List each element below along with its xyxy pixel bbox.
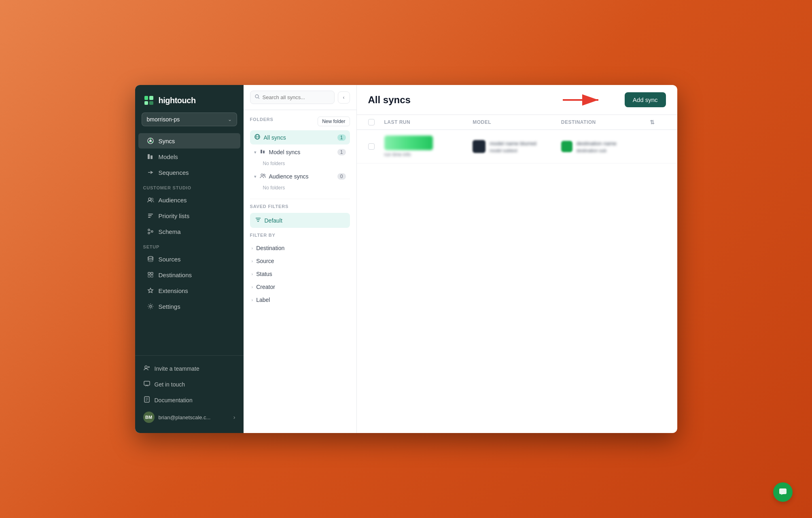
sidebar-item-label-destinations: Destinations bbox=[159, 272, 192, 278]
search-wrap[interactable] bbox=[250, 91, 335, 104]
svg-line-19 bbox=[150, 232, 151, 233]
filter-creator-label: Creator bbox=[256, 284, 275, 290]
globe-icon bbox=[254, 134, 261, 141]
sidebar-nav: Syncs Model bbox=[135, 130, 244, 355]
last-run-cell: run time info bbox=[384, 136, 473, 157]
docs-icon bbox=[143, 396, 151, 404]
th-sort[interactable]: ⇅ bbox=[650, 119, 666, 125]
red-arrow-add-sync bbox=[563, 94, 603, 106]
row-checkbox[interactable] bbox=[368, 143, 375, 150]
last-run-text: run time info bbox=[384, 152, 433, 157]
sidebar-item-models[interactable]: Models bbox=[138, 149, 240, 164]
sidebar-item-settings[interactable]: Settings bbox=[138, 299, 240, 314]
settings-icon bbox=[146, 302, 155, 310]
user-row[interactable]: BM brian@planetscale.c... › bbox=[135, 408, 244, 427]
svg-point-2 bbox=[150, 138, 151, 140]
select-all-checkbox[interactable] bbox=[368, 119, 375, 125]
sidebar-item-syncs[interactable]: Syncs bbox=[138, 133, 240, 149]
chat-bubble-icon bbox=[778, 488, 787, 497]
default-filter[interactable]: Default bbox=[250, 213, 350, 228]
page-title: All syncs bbox=[368, 94, 411, 106]
user-chevron-icon: › bbox=[233, 414, 235, 420]
default-filter-label: Default bbox=[265, 217, 282, 224]
saved-filters-label: SAVED FILTERS bbox=[250, 204, 350, 209]
model-sub-text: model subtext bbox=[490, 148, 536, 153]
th-model: MODEL bbox=[473, 119, 561, 125]
expand-icon: ▾ bbox=[254, 150, 257, 155]
user-email: brian@planetscale.c... bbox=[159, 414, 229, 420]
table-header: LAST RUN MODEL DESTINATION ⇅ bbox=[357, 115, 677, 130]
sidebar-item-sequences[interactable]: Sequences bbox=[138, 165, 240, 180]
customer-studio-label: CUSTOMER STUDIO bbox=[135, 180, 244, 192]
sidebar-item-label-extensions: Extensions bbox=[159, 287, 188, 294]
svg-point-1 bbox=[149, 140, 152, 142]
app-window: hightouch bmorrison-ps ⌄ Syncs bbox=[135, 85, 677, 433]
filter-by-source[interactable]: › Source bbox=[250, 255, 350, 267]
svg-point-11 bbox=[151, 198, 153, 200]
filter-by-status[interactable]: › Status bbox=[250, 267, 350, 280]
documentation-label: Documentation bbox=[155, 397, 193, 403]
svg-rect-12 bbox=[148, 214, 153, 214]
sidebar-item-audiences[interactable]: Audiences bbox=[138, 192, 240, 208]
get-in-touch-label: Get in touch bbox=[155, 381, 185, 388]
sidebar-item-priority-lists[interactable]: Priority lists bbox=[138, 208, 240, 223]
audience-syncs-count: 0 bbox=[337, 173, 346, 180]
filter-by-destination[interactable]: › Destination bbox=[250, 242, 350, 255]
chevron-down-icon: ⌄ bbox=[228, 117, 232, 122]
last-run-bar bbox=[384, 136, 433, 150]
chevron-right-icon-4: › bbox=[252, 284, 253, 289]
setup-label: SETUP bbox=[135, 240, 244, 251]
logo-icon bbox=[143, 95, 155, 106]
collapse-button[interactable]: ‹ bbox=[338, 91, 350, 104]
folder-item-audience-syncs[interactable]: ▾ Audience syncs 0 bbox=[250, 170, 350, 183]
header-right: Add sync bbox=[625, 92, 666, 107]
filter-destination-label: Destination bbox=[256, 245, 284, 251]
folder-item-model-syncs[interactable]: ▾ Model syncs 1 bbox=[250, 145, 350, 159]
sidebar-item-label-priority-lists: Priority lists bbox=[159, 212, 190, 219]
model-cell: model name blurred model subtext bbox=[473, 140, 561, 153]
sidebar-item-sources[interactable]: Sources bbox=[138, 251, 240, 267]
svg-rect-40 bbox=[263, 151, 265, 153]
collapse-icon: ‹ bbox=[343, 95, 345, 100]
documentation-item[interactable]: Documentation bbox=[135, 392, 244, 408]
add-sync-button[interactable]: Add sync bbox=[625, 92, 666, 107]
svg-point-15 bbox=[148, 229, 150, 231]
destination-icon bbox=[561, 141, 572, 152]
sidebar-item-label-schema: Schema bbox=[159, 228, 181, 235]
invite-icon bbox=[143, 364, 151, 373]
folders-label: FOLDERS bbox=[250, 117, 273, 122]
chat-bubble-button[interactable] bbox=[773, 482, 793, 502]
model-syncs-icon bbox=[260, 149, 266, 156]
svg-rect-21 bbox=[148, 272, 150, 274]
sidebar-item-label-syncs: Syncs bbox=[159, 138, 175, 144]
get-in-touch-item[interactable]: Get in touch bbox=[135, 376, 244, 392]
content-header: All syncs Add sync bbox=[357, 85, 677, 115]
invite-teammate-item[interactable]: Invite a teammate bbox=[135, 361, 244, 376]
sidebar-item-label-settings: Settings bbox=[159, 303, 180, 310]
chevron-right-icon: › bbox=[252, 246, 253, 251]
destination-cell: destination name destination sub bbox=[561, 140, 650, 153]
sidebar-item-extensions[interactable]: Extensions bbox=[138, 283, 240, 298]
new-folder-button[interactable]: New folder bbox=[318, 117, 350, 126]
workspace-name: bmorrison-ps bbox=[147, 116, 180, 123]
logo-area: hightouch bbox=[135, 85, 244, 113]
sidebar-item-label-models: Models bbox=[159, 153, 178, 160]
models-icon bbox=[146, 153, 155, 161]
filter-by-creator[interactable]: › Creator bbox=[250, 280, 350, 293]
sidebar-item-destinations[interactable]: Destinations bbox=[138, 267, 240, 282]
sidebar-item-label-sequences: Sequences bbox=[159, 169, 189, 176]
chevron-right-icon-2: › bbox=[252, 259, 253, 263]
avatar-initials: BM bbox=[145, 415, 152, 420]
filter-content: FOLDERS New folder All syncs 1 bbox=[244, 110, 356, 433]
search-input[interactable] bbox=[263, 94, 330, 100]
sidebar-item-schema[interactable]: Schema bbox=[138, 224, 240, 239]
syncs-icon bbox=[146, 137, 155, 145]
red-arrow-syncs bbox=[135, 137, 138, 145]
sidebar-item-label-audiences: Audiences bbox=[159, 197, 187, 204]
folder-item-all-syncs[interactable]: All syncs 1 bbox=[250, 130, 350, 144]
svg-rect-14 bbox=[148, 217, 151, 218]
table-row[interactable]: run time info model name blurred model s… bbox=[357, 130, 677, 163]
sidebar-item-label-sources: Sources bbox=[159, 256, 181, 263]
workspace-selector[interactable]: bmorrison-ps ⌄ bbox=[142, 113, 237, 126]
filter-by-label-item[interactable]: › Label bbox=[250, 293, 350, 306]
